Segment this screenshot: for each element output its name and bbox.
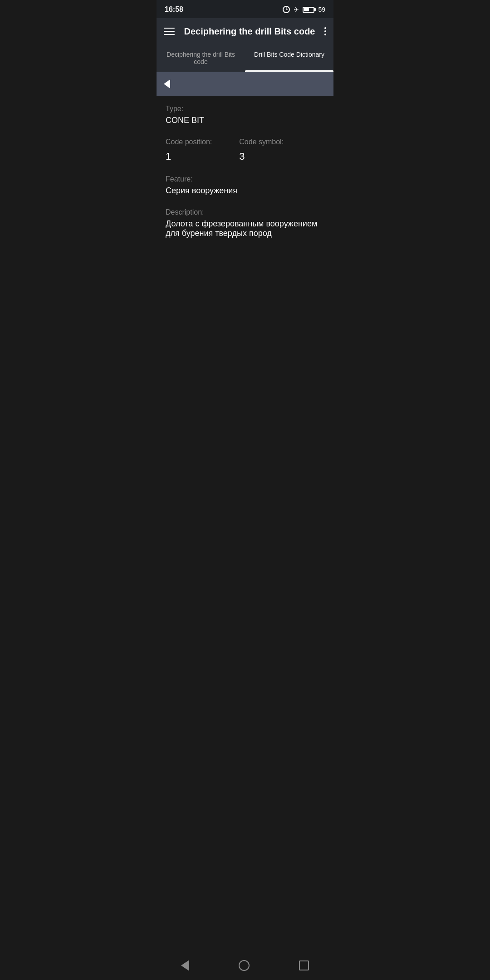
- status-icons: ✈ 59: [283, 6, 325, 13]
- battery-icon: [303, 7, 314, 13]
- app-bar: Deciphering the drill Bits code: [157, 18, 333, 44]
- description-label: Description:: [166, 208, 324, 216]
- nav-bar: [157, 72, 333, 96]
- code-position-field: Code position: 1: [166, 138, 212, 162]
- code-symbol-label: Code symbol:: [239, 138, 284, 146]
- feature-value: Серия вооружения: [166, 186, 324, 196]
- feature-label: Feature:: [166, 175, 324, 183]
- type-field: Type: CONE BIT: [166, 105, 324, 125]
- type-label: Type:: [166, 105, 324, 113]
- description-value: Долота с фрезерованным вооружением для б…: [166, 219, 324, 238]
- tab-bar: Deciphering the drill Bits code Drill Bi…: [157, 44, 333, 72]
- status-bar: 16:58 ✈ 59: [157, 0, 333, 18]
- back-arrow-icon: [164, 79, 170, 88]
- content-area: Type: CONE BIT Code position: 1 Code sym…: [157, 96, 333, 260]
- code-symbol-value: 3: [239, 151, 284, 162]
- tab-dictionary[interactable]: Drill Bits Code Dictionary: [245, 44, 333, 72]
- status-time: 16:58: [165, 5, 183, 14]
- clock-icon: [283, 6, 290, 13]
- code-fields-row: Code position: 1 Code symbol: 3: [166, 138, 324, 162]
- code-symbol-field: Code symbol: 3: [239, 138, 284, 162]
- description-field: Description: Долота с фрезерованным воор…: [166, 208, 324, 238]
- feature-field: Feature: Серия вооружения: [166, 175, 324, 196]
- more-options-icon[interactable]: [324, 27, 326, 35]
- airplane-icon: ✈: [294, 6, 299, 13]
- type-value: CONE BIT: [166, 116, 324, 125]
- code-position-value: 1: [166, 151, 212, 162]
- tab-decipher[interactable]: Deciphering the drill Bits code: [157, 44, 245, 72]
- code-position-label: Code position:: [166, 138, 212, 146]
- app-bar-title: Deciphering the drill Bits code: [182, 26, 317, 37]
- back-button[interactable]: [164, 79, 170, 88]
- battery-percent: 59: [318, 6, 325, 13]
- hamburger-menu-icon[interactable]: [164, 28, 175, 35]
